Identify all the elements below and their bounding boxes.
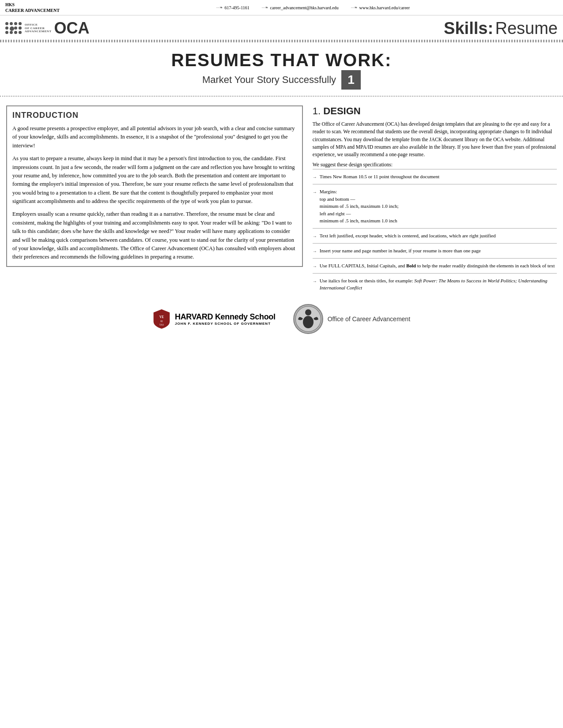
spec-divider-1 (313, 184, 557, 184)
org-name-line2: CAREER ADVANCEMENT (5, 8, 60, 13)
svg-text:VE: VE (159, 315, 164, 319)
dot5 (5, 26, 8, 30)
design-intro: The Office of Career Advancement (OCA) h… (313, 120, 557, 158)
spec-font-text: Times New Roman 10.5 or 11 point through… (320, 173, 557, 180)
dot6 (10, 26, 14, 31)
arrow-icon-3: ···❧ (351, 5, 358, 10)
resume-label: Resume (495, 19, 558, 38)
intro-title: INTRODUCTION (12, 111, 297, 120)
arrow-icon-2: ···❧ (262, 5, 268, 10)
spec-page-number: → Insert your name and page number in he… (313, 245, 557, 256)
org-info: HKS CAREER ADVANCEMENT (5, 2, 60, 13)
dot11 (14, 31, 17, 34)
dot10 (10, 31, 13, 34)
spec-arrow-icon-3: → (313, 233, 317, 240)
top-bar: HKS CAREER ADVANCEMENT ···❧ 617-495-1161… (0, 0, 563, 15)
spec-font: → Times New Roman 10.5 or 11 point throu… (313, 171, 557, 182)
footer: VE RI TAS HARVARD Kennedy School JOHN F.… (0, 293, 563, 341)
logo-dots-grid (5, 22, 22, 34)
suggest-label: We suggest these design specifications: (313, 162, 557, 167)
website-contact: ···❧ www.hks.harvard.edu/career (351, 5, 410, 10)
spec-arrow-icon-6: → (313, 278, 317, 285)
spec-caps-text: Use FULL CAPITALS, Initial Capitals, and… (320, 262, 557, 270)
oca-footer-area: Office of Career Advancement (293, 304, 410, 334)
right-column: 1. DESIGN The Office of Career Advanceme… (309, 105, 557, 293)
dot2 (10, 22, 13, 25)
spec-arrow-icon-2: → (313, 189, 317, 195)
left-column: INTRODUCTION A good resume presents a pr… (6, 105, 309, 293)
svg-point-4 (305, 309, 311, 315)
oca-logo: OFFICE OF CAREER ADVANCEMENT OCA (5, 21, 90, 35)
skills-resume-header: Skills: Resume (90, 19, 558, 38)
main-title-section: RESUMES THAT WORK: Market Your Story Suc… (0, 42, 563, 93)
contact-info: ···❧ 617-495-1161 ···❧ career_advancemen… (68, 5, 558, 10)
brand-header: OFFICE OF CAREER ADVANCEMENT OCA Skills:… (0, 15, 563, 41)
svg-text:TAS: TAS (159, 323, 164, 326)
spec-margins-text: Margins: top and bottom — minimum of .5 … (320, 188, 557, 225)
design-section-title: 1. DESIGN (313, 105, 557, 117)
svg-text:RI: RI (160, 320, 163, 323)
phone-number: 617-495-1161 (225, 5, 249, 10)
content-area: INTRODUCTION A good resume presents a pr… (0, 99, 563, 293)
dot12 (19, 31, 22, 34)
phone-contact: ···❧ 617-495-1161 (216, 5, 249, 10)
harvard-school-name: HARVARD Kennedy School (175, 312, 276, 322)
spec-justify-text: Text left justified, except header, whic… (320, 232, 557, 240)
website-url: www.hks.harvard.edu/career (359, 5, 410, 10)
harvard-text-block: HARVARD Kennedy School JOHN F. KENNEDY S… (175, 312, 276, 326)
spec-caps: → Use FULL CAPITALS, Initial Capitals, a… (313, 260, 557, 271)
oca-circle-logo (293, 304, 323, 334)
dot1 (5, 22, 8, 25)
design-number: 1. (313, 105, 321, 116)
skills-label: Skills: (444, 19, 493, 38)
design-title-text: DESIGN (323, 105, 360, 116)
email-address: career_advancement@hks.harvard.edu (270, 5, 339, 10)
oca-small-line3: ADVANCEMENT (25, 30, 52, 34)
harvard-shield-icon: VE RI TAS (153, 309, 170, 329)
spec-arrow-icon-4: → (313, 248, 317, 255)
svg-point-5 (303, 316, 314, 328)
intro-box: INTRODUCTION A good resume presents a pr… (6, 105, 303, 267)
spec-divider-5 (313, 273, 557, 274)
spec-italics: → Use italics for book or thesis titles,… (313, 275, 557, 293)
oca-bird-icon (295, 305, 322, 333)
subtitle-text: Market Your Story Successfully (202, 74, 336, 86)
arrow-icon: ···❧ (216, 5, 223, 10)
spec-divider-2 (313, 228, 557, 229)
intro-para-3: Employers usually scan a resume quickly,… (12, 210, 297, 261)
spec-arrow-icon-5: → (313, 263, 317, 270)
spec-margins: → Margins: top and bottom — minimum of .… (313, 186, 557, 226)
intro-para-1: A good resume presents a prospective emp… (12, 124, 297, 150)
intro-para-2: As you start to prepare a resume, always… (12, 154, 297, 206)
subtitle-row: Market Your Story Successfully 1 (26, 70, 537, 90)
middle-divider (0, 96, 563, 97)
oca-letters: OCA (54, 21, 90, 35)
oca-footer-label: Office of Career Advancement (328, 315, 410, 323)
dot4 (19, 22, 22, 25)
spec-divider-0 (313, 169, 557, 169)
number-badge: 1 (341, 70, 361, 90)
org-name-line1: HKS (5, 2, 60, 8)
spec-arrow-icon-1: → (313, 174, 317, 180)
harvard-school-sub: JOHN F. KENNEDY SCHOOL OF GOVERNMENT (175, 322, 276, 326)
oca-text-block: OFFICE OF CAREER ADVANCEMENT (25, 23, 52, 34)
email-contact: ···❧ career_advancement@hks.harvard.edu (262, 5, 339, 10)
spec-justify: → Text left justified, except header, wh… (313, 230, 557, 241)
dot8 (19, 26, 22, 30)
spec-divider-3 (313, 243, 557, 244)
spec-page-number-text: Insert your name and page number in head… (320, 247, 557, 255)
main-title: RESUMES THAT WORK: (26, 50, 537, 70)
dot3 (14, 22, 17, 25)
spec-divider-4 (313, 258, 557, 259)
harvard-logo-area: VE RI TAS HARVARD Kennedy School JOHN F.… (153, 309, 276, 329)
dot7 (14, 26, 17, 30)
dot9 (5, 31, 8, 34)
spec-italics-text: Use italics for book or thesis titles, f… (320, 277, 557, 292)
